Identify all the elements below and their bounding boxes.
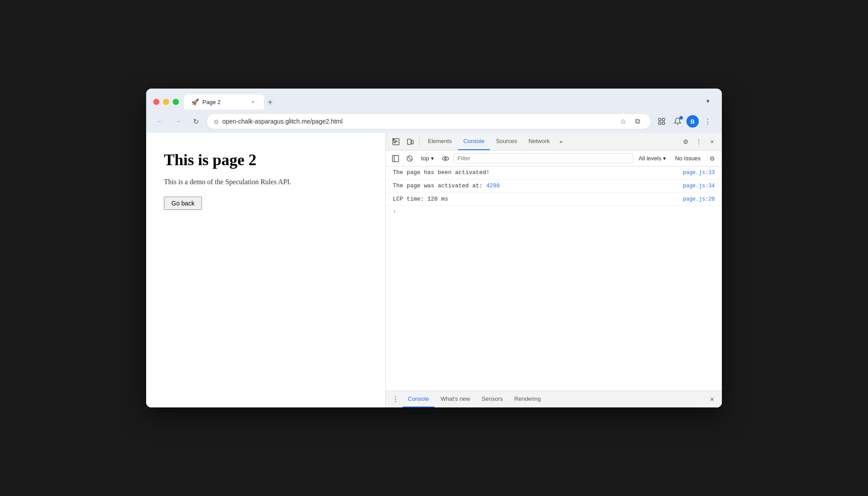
console-clear-button[interactable] xyxy=(403,152,416,165)
device-icon[interactable] xyxy=(403,135,417,148)
bookmark-button[interactable]: ☆ xyxy=(617,115,629,128)
log-text-2: The page was activated at: 4298 xyxy=(393,182,500,191)
log-text-1: The page has been activated! xyxy=(393,168,489,178)
inspect-icon[interactable] xyxy=(389,135,403,148)
back-button[interactable]: ← xyxy=(153,114,167,128)
reload-button[interactable]: ↻ xyxy=(189,114,203,128)
browser-window: 🚀 Page 2 × + ▾ ← → ↻ ⊙ open-chalk-aspara… xyxy=(146,89,722,407)
devtools-tabs: Elements Console Sources Network » ⚙ ⋮ × xyxy=(386,133,722,151)
secure-icon: ⊙ xyxy=(214,118,219,125)
console-context-selector[interactable]: top ▾ xyxy=(418,154,438,163)
url-bar[interactable]: ⊙ open-chalk-asparagus.glitch.me/page2.h… xyxy=(206,113,651,129)
log-entry-3: LCP time: 128 ms page.js:20 xyxy=(386,193,722,206)
console-toolbar: top ▾ All levels ▾ No Issues ⚙ xyxy=(386,151,722,167)
tab-close-button[interactable]: × xyxy=(249,98,257,106)
console-eye-button[interactable] xyxy=(439,152,452,165)
drawer-rendering-tab[interactable]: Rendering xyxy=(509,391,546,407)
svg-line-11 xyxy=(408,157,411,160)
levels-dropdown-icon: ▾ xyxy=(663,155,666,162)
profile-button[interactable]: B xyxy=(686,115,699,128)
forward-button[interactable]: → xyxy=(171,114,185,128)
tab-dropdown-button[interactable]: ▾ xyxy=(701,94,715,108)
close-button[interactable] xyxy=(153,99,159,105)
svg-rect-6 xyxy=(407,139,411,144)
devtools-drawer: ⋮ Console What's new Sensors Rendering × xyxy=(386,391,722,407)
url-text: open-chalk-asparagus.glitch.me/page2.htm… xyxy=(222,118,613,125)
svg-rect-8 xyxy=(392,155,399,162)
log-entry-1: The page has been activated! page.js:33 xyxy=(386,167,722,180)
log-link-1[interactable]: page.js:33 xyxy=(683,169,715,177)
log-link-3[interactable]: page.js:20 xyxy=(683,195,715,204)
tab-title: Page 2 xyxy=(202,99,245,105)
svg-rect-3 xyxy=(663,122,665,124)
console-filter-input[interactable] xyxy=(453,153,633,163)
context-dropdown-icon: ▾ xyxy=(431,155,434,162)
devtools-tab-actions: ⚙ ⋮ × xyxy=(679,136,718,148)
log-link-2[interactable]: page.js:34 xyxy=(683,182,715,190)
svg-rect-1 xyxy=(663,118,665,120)
devtools-close-button[interactable]: × xyxy=(706,136,718,148)
console-tab[interactable]: Console xyxy=(458,133,490,150)
console-prompt: › xyxy=(386,206,722,218)
more-tabs-button[interactable]: » xyxy=(556,133,566,150)
page-description: This is a demo of the Speculation Rules … xyxy=(164,178,368,186)
extensions-button[interactable] xyxy=(655,114,669,128)
drawer-sensors-tab[interactable]: Sensors xyxy=(477,391,508,407)
no-issues-label: No Issues xyxy=(671,154,704,163)
console-output: The page has been activated! page.js:33 … xyxy=(386,167,722,391)
page-content: This is page 2 This is a demo of the Spe… xyxy=(146,133,385,407)
console-context-label: top xyxy=(421,155,429,162)
new-tab-button[interactable]: + xyxy=(264,96,276,108)
svg-point-12 xyxy=(442,157,449,160)
drawer-whats-new-tab[interactable]: What's new xyxy=(435,391,476,407)
notification-button[interactable] xyxy=(670,114,685,128)
active-tab[interactable]: 🚀 Page 2 × xyxy=(184,94,264,109)
devtools-panel: Elements Console Sources Network » ⚙ ⋮ × xyxy=(385,133,722,407)
maximize-button[interactable] xyxy=(173,99,179,105)
console-chevron-icon: › xyxy=(393,208,396,216)
tabs-area: 🚀 Page 2 × + xyxy=(184,94,695,109)
svg-point-13 xyxy=(445,158,446,159)
notification-dot xyxy=(679,116,683,120)
url-actions: ☆ ⧉ xyxy=(617,115,643,128)
main-content: This is page 2 This is a demo of the Spe… xyxy=(146,133,722,407)
browser-actions: B ⋮ xyxy=(655,114,715,128)
log-value-2: 4298 xyxy=(486,182,500,189)
console-levels-selector[interactable]: All levels ▾ xyxy=(635,154,670,163)
tab-separator xyxy=(419,137,420,146)
svg-rect-2 xyxy=(659,122,661,124)
page-heading: This is page 2 xyxy=(164,151,368,169)
console-settings-button[interactable]: ⚙ xyxy=(706,152,718,165)
menu-button[interactable]: ⋮ xyxy=(701,114,715,128)
network-tab[interactable]: Network xyxy=(523,133,555,150)
drawer-console-tab[interactable]: Console xyxy=(403,391,434,407)
elements-tab[interactable]: Elements xyxy=(422,133,457,150)
tab-favicon: 🚀 xyxy=(191,98,199,105)
extension-button[interactable]: ⧉ xyxy=(631,115,643,128)
minimize-button[interactable] xyxy=(163,99,169,105)
go-back-button[interactable]: Go back xyxy=(164,197,202,210)
devtools-settings-button[interactable]: ⚙ xyxy=(679,136,692,148)
svg-rect-7 xyxy=(411,140,413,144)
address-bar: ← → ↻ ⊙ open-chalk-asparagus.glitch.me/p… xyxy=(146,110,722,133)
svg-rect-0 xyxy=(659,118,661,120)
devtools-menu-button[interactable]: ⋮ xyxy=(693,136,705,148)
traffic-lights xyxy=(153,99,179,105)
log-entry-2: The page was activated at: 4298 page.js:… xyxy=(386,180,722,193)
drawer-close-button[interactable]: × xyxy=(706,393,718,406)
drawer-menu-button[interactable]: ⋮ xyxy=(389,393,402,406)
log-text-3: LCP time: 128 ms xyxy=(393,195,448,204)
title-bar: 🚀 Page 2 × + ▾ xyxy=(146,89,722,110)
sources-tab[interactable]: Sources xyxy=(491,133,523,150)
levels-label: All levels xyxy=(639,155,661,162)
console-sidebar-button[interactable] xyxy=(389,152,402,165)
